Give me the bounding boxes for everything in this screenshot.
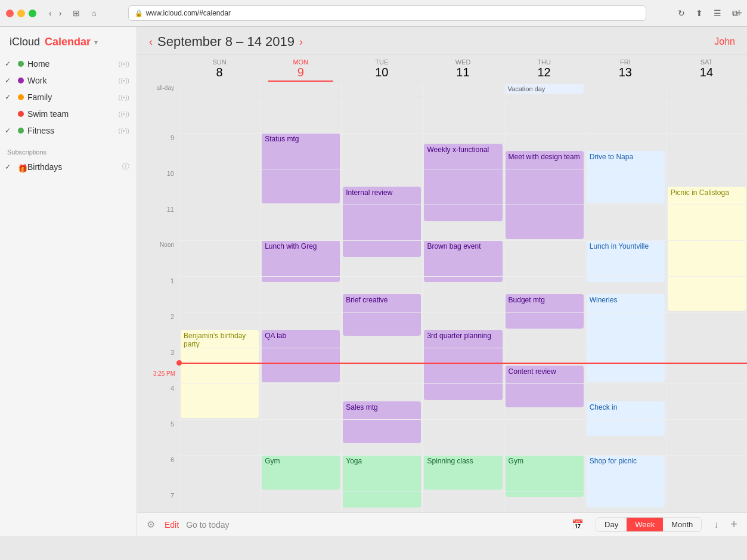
allday-cells: Vacation day [179, 82, 747, 97]
time-grid: 9 10 11 Noon 1 2 3:25 PM 3 4 5 6 7 8 Ben… [137, 97, 747, 512]
hour-line [179, 455, 747, 456]
calendar-event[interactable]: Content review [506, 366, 584, 407]
calendar-event[interactable]: 3rd quarter planning [424, 330, 502, 400]
color-dot [18, 61, 24, 67]
calendar-event[interactable]: Shop for picnic [587, 455, 665, 508]
settings-button[interactable]: ⚙ [147, 519, 155, 530]
forward-button[interactable]: › [56, 7, 65, 19]
go-to-today-button[interactable]: Go to today [186, 520, 565, 530]
tab-view-button[interactable]: ⊞ [69, 7, 83, 19]
close-button[interactable] [6, 10, 14, 17]
allday-cell-thu[interactable]: Vacation day [504, 82, 585, 97]
app-title: iCloud Calendar ▾ [0, 27, 137, 55]
calendar-label[interactable]: Calendar [45, 36, 91, 48]
reader-button[interactable]: ☰ [711, 7, 724, 19]
day-header-mon[interactable]: MON 9 [260, 55, 341, 82]
calendar-event[interactable]: Budget mtg [506, 294, 584, 329]
allday-event-vacation[interactable]: Vacation day [506, 84, 584, 94]
back-button[interactable]: ‹ [46, 7, 55, 19]
time-label-4: 4 [137, 383, 179, 419]
next-week-button[interactable]: › [299, 36, 303, 48]
sidebar-item-birthdays[interactable]: ✓ 🎁 Birthdays ⓘ [0, 158, 137, 175]
check-icon: ✓ [5, 126, 14, 135]
time-label-noon: Noon [137, 240, 179, 276]
edit-button[interactable]: Edit [165, 520, 179, 530]
day-header-sun[interactable]: SUN 8 [179, 55, 260, 82]
allday-cell-fri[interactable] [585, 82, 666, 97]
title-chevron-icon[interactable]: ▾ [94, 38, 98, 47]
add-event-button[interactable]: + [730, 518, 737, 531]
url-bar[interactable]: 🔒 www.icloud.com/#calendar [128, 5, 646, 21]
current-time-line [179, 363, 747, 364]
time-label-11: 11 [137, 205, 179, 240]
color-dot [18, 128, 24, 134]
calendar-name: Birthdays [27, 162, 119, 172]
info-icon[interactable]: ⓘ [122, 162, 129, 172]
calendar-event[interactable]: Brief creative [343, 294, 421, 336]
sidebar-item-family[interactable]: ✓ Family ((•)) [0, 89, 137, 106]
grid-view-icon[interactable]: 📅 [572, 519, 584, 530]
allday-cell-sun[interactable] [179, 82, 260, 97]
allday-cell-mon[interactable] [260, 82, 341, 97]
current-time-dot [176, 360, 182, 366]
calendar-event[interactable]: Spinning class [424, 455, 502, 490]
allday-cell-sat[interactable] [666, 82, 747, 97]
calendar-event[interactable]: Gym [262, 455, 340, 490]
grid-column-5[interactable]: Drive to NapaLunch in YountvilleWineries… [585, 97, 666, 512]
download-button[interactable]: ↓ [714, 519, 718, 530]
view-switcher: Day Week Month [596, 517, 702, 532]
day-header-sat[interactable]: SAT 14 [666, 55, 747, 82]
sidebar-item-work[interactable]: ✓ Work ((•)) [0, 72, 137, 89]
day-view-button[interactable]: Day [596, 518, 627, 531]
calendar-event[interactable]: QA lab [262, 330, 340, 382]
day-header-thu[interactable]: THU 12 [504, 55, 585, 82]
day-header-wed[interactable]: WED 11 [422, 55, 503, 82]
prev-week-button[interactable]: ‹ [149, 36, 153, 48]
sidebar-item-home[interactable]: ✓ Home ((•)) [0, 55, 137, 72]
minimize-button[interactable] [17, 10, 25, 17]
allday-cell-wed[interactable] [422, 82, 503, 97]
hour-line [179, 276, 747, 277]
calendar-event[interactable]: Wineries [587, 294, 665, 382]
home-button[interactable]: ⌂ [88, 7, 99, 19]
sidebar-item-swimteam[interactable]: ✓ Swim team ((•)) [0, 106, 137, 122]
wifi-icon: ((•)) [118, 60, 129, 67]
grid-column-3[interactable]: Weekly x-functionalBrown bag event3rd qu… [422, 97, 503, 512]
app-container: iCloud Calendar ▾ ✓ Home ((•)) ✓ Work ((… [0, 27, 747, 536]
calendar-event[interactable]: Internal review [343, 187, 421, 257]
grid-column-4[interactable]: Meet with design teamBudget mtgContent r… [504, 97, 585, 512]
hour-line [179, 133, 747, 134]
allday-cell-tue[interactable] [341, 82, 422, 97]
week-view-button[interactable]: Week [627, 518, 663, 531]
calendar-event[interactable]: Yoga [343, 455, 421, 508]
maximize-button[interactable] [29, 10, 36, 17]
grid-columns: Benjamin's birthday partyStatus mtgLunch… [179, 97, 747, 512]
calendar-name: Home [27, 59, 114, 69]
calendar-event[interactable]: Picnic in Calistoga [668, 187, 746, 311]
calendar-event[interactable]: Status mtg [262, 133, 340, 203]
grid-column-6[interactable]: Picnic in Calistoga [666, 97, 747, 512]
calendar-event[interactable]: Drive to Napa [587, 151, 665, 203]
hour-line [179, 240, 747, 241]
grid-column-2[interactable]: Internal reviewBrief creativeSales mtgYo… [341, 97, 422, 512]
user-name[interactable]: John [714, 36, 735, 47]
grid-column-1[interactable]: Status mtgLunch with GregQA labGymDinner… [260, 97, 341, 512]
reload-button[interactable]: ↻ [675, 7, 688, 19]
calendar-event[interactable]: Meet with design team [506, 151, 584, 239]
bottom-bar: ⚙ Edit Go to today 📅 Day Week Month ↓ + [137, 512, 747, 536]
calendar-event[interactable]: Sales mtg [343, 401, 421, 443]
calendar-name: Work [27, 76, 114, 85]
month-view-button[interactable]: Month [663, 518, 701, 531]
wifi-icon: ((•)) [118, 94, 129, 101]
add-tab-button[interactable]: + [736, 7, 742, 20]
sidebar-item-fitness[interactable]: ✓ Fitness ((•)) [0, 122, 137, 139]
calendar-event[interactable]: Weekly x-functional [424, 144, 502, 221]
calendar-list: ✓ Home ((•)) ✓ Work ((•)) ✓ Family ((•))… [0, 55, 137, 144]
share-button[interactable]: ⬆ [693, 7, 706, 19]
calendar-event[interactable]: Check in [587, 401, 665, 436]
day-header-fri[interactable]: FRI 13 [585, 55, 666, 82]
time-label-7: 7 [137, 491, 179, 512]
grid-column-0[interactable]: Benjamin's birthday party [179, 97, 260, 512]
day-header-tue[interactable]: TUE 10 [341, 55, 422, 82]
calendar-event[interactable]: Benjamin's birthday party [181, 330, 259, 418]
